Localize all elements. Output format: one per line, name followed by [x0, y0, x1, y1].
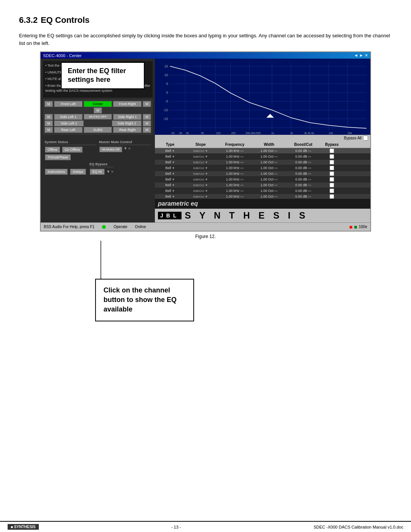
eq-freq-0[interactable]: 1.00 kHz «»	[216, 149, 254, 153]
m-btn-6[interactable]: M	[143, 120, 151, 126]
table-row: Bell▼ 6dB/Oct▼ 1.00 kHz«» 1.00 Oct«» 0.0…	[155, 194, 370, 199]
device-text: 100e	[359, 225, 367, 229]
callout-top-box: Enter the EQ filter settings here	[61, 62, 145, 89]
channel-center[interactable]: Center	[84, 101, 112, 107]
svg-text:200: 200	[231, 132, 236, 134]
callout-top-text: Enter the EQ filter settings here	[68, 67, 126, 83]
page-number: - 13 -	[171, 525, 181, 529]
m-btn-3[interactable]: M	[45, 114, 53, 120]
slope-arrow[interactable]: ▼	[205, 166, 208, 170]
window-title: SDEC-4000 - Center	[43, 53, 82, 58]
svg-text:40: 40	[186, 132, 189, 134]
channel-row-3: M Side Left 2 Side Right 2 M	[45, 120, 151, 126]
callout-bottom-box: Click on the channel button to show the …	[95, 279, 194, 321]
channel-side-left1[interactable]: Side Left 1	[54, 114, 83, 120]
jbl-logo: JBL	[158, 212, 182, 219]
eq-boost-0[interactable]: 0.00 dB «»	[284, 149, 322, 153]
channel-front-right[interactable]: Front Right	[113, 101, 142, 107]
system-status-label: System Status	[45, 140, 97, 145]
m-btn-1[interactable]: M	[45, 101, 53, 107]
slope-arrow[interactable]: ▼	[205, 195, 208, 198]
slope-arrow-0[interactable]: ▼	[205, 149, 208, 153]
footer-logo: ■ SYNTHESIS	[8, 524, 39, 530]
svg-text:100: 100	[216, 132, 221, 134]
eq-width-0[interactable]: 1.00 Oct «»	[254, 149, 284, 153]
table-row: Bell ▼ 6dB/Oct ▼ 1.00 kHz «»	[155, 148, 370, 154]
svg-text:20k: 20k	[347, 132, 352, 134]
svg-text:300-400-500: 300-400-500	[245, 132, 261, 134]
eq-table-body: Bell ▼ 6dB/Oct ▼ 1.00 kHz «»	[155, 148, 370, 199]
all-mutes-off-button[interactable]: All Mutes Off	[99, 147, 122, 152]
table-row: Bell▼ 6dB/Oct▼ 1.00 kHz«» 1.00 Oct«» 0.0…	[155, 154, 370, 160]
m-btn-4[interactable]: M	[143, 114, 151, 120]
type-arrow[interactable]: ▼	[172, 172, 175, 176]
slope-arrow[interactable]: ▼	[205, 184, 208, 187]
channel-side-right1[interactable]: Side Right 1	[113, 114, 142, 120]
section-title: EQ Controls	[41, 15, 89, 25]
online-text: Online	[135, 225, 146, 229]
channel-rear-right[interactable]: Rear Right	[113, 127, 142, 133]
type-arrow[interactable]: ▼	[172, 155, 175, 158]
type-arrow[interactable]: ▼	[172, 178, 175, 181]
right-panel: 15 10 5 0 -5 -10 -15 -20 -30 40 60	[155, 59, 370, 222]
type-arrow-0[interactable]: ▼	[172, 149, 175, 153]
m-btn-7[interactable]: M	[45, 127, 53, 133]
eq-bypass-0[interactable]	[322, 148, 341, 153]
go-offline-button[interactable]: Go Offline	[62, 147, 83, 153]
section-description: Entering the EQ settings can be accompli…	[19, 32, 392, 47]
svg-text:-15: -15	[163, 117, 168, 121]
instructions-button[interactable]: Instructions	[45, 169, 68, 175]
type-arrow[interactable]: ▼	[172, 184, 175, 187]
svg-rect-0	[155, 59, 370, 135]
channel-mutes-off[interactable]: MUTES OFF	[84, 114, 112, 120]
master-mute-label: Master Mute Control	[99, 140, 151, 145]
m-btn-5[interactable]: M	[45, 120, 53, 126]
master-mute-box: Master Mute Control All Mutes Off ▼ »	[99, 140, 151, 161]
svg-text:-20: -20	[171, 132, 175, 134]
channel-side-left2[interactable]: Side Left 2	[54, 120, 84, 126]
trims-phase-button[interactable]: Trims&Phase	[45, 154, 71, 160]
channel-rear-left[interactable]: Rear Left	[54, 127, 83, 133]
col-frequency: Frequency	[216, 142, 254, 147]
bypass-all-checkbox[interactable]	[363, 136, 368, 141]
bypass-all-label: Bypass All	[344, 136, 362, 140]
col-width: Width	[254, 142, 284, 147]
slope-arrow[interactable]: ▼	[205, 172, 208, 176]
slope-arrow[interactable]: ▼	[205, 155, 208, 158]
offline-button[interactable]: Offline	[45, 147, 60, 153]
col-type: Type	[155, 142, 185, 147]
slope-arrow[interactable]: ▼	[205, 189, 208, 193]
type-arrow[interactable]: ▼	[172, 166, 175, 170]
m-btn-8[interactable]: M	[143, 127, 151, 133]
channel-front-left[interactable]: Front Left	[54, 101, 83, 107]
system-status-box: System Status Offline Go Offline Trims&P…	[45, 140, 97, 161]
window-controls[interactable]: ◄ ► ✕	[354, 53, 368, 58]
parametric-eq-label: parametric eq	[155, 199, 370, 209]
m-btn-2[interactable]: M	[143, 101, 151, 107]
type-arrow[interactable]: ▼	[172, 161, 175, 164]
type-arrow[interactable]: ▼	[172, 189, 175, 193]
table-row: Bell▼ 6dB/Oct▼ 1.00 kHz«» 1.00 Oct«» 0.0…	[155, 165, 370, 171]
channel-side-right2[interactable]: Side Right 2	[112, 120, 142, 126]
slope-arrow[interactable]: ▼	[205, 161, 208, 164]
eq-bypass-label: EQ Bypass	[89, 162, 113, 167]
eq-slope-0[interactable]: 6dB/Oct ▼	[185, 149, 216, 153]
type-arrow[interactable]: ▼	[172, 195, 175, 198]
eq-type-0[interactable]: Bell ▼	[155, 149, 185, 153]
table-row: Bell▼ 6dB/Oct▼ 1.00 kHz«» 1.00 Oct«» 0.0…	[155, 188, 370, 194]
eq-in-button[interactable]: EQ IN	[90, 169, 105, 175]
bss-audio-text: BSS Audio For Help, press F1	[44, 225, 94, 229]
svg-text:5: 5	[166, 82, 168, 86]
channel-row-1: M Front Left Center Front Right M	[45, 101, 151, 107]
svg-text:10: 10	[164, 73, 168, 77]
footer-doc-name: SDEC -X000 DACS Calibration Manual v1.0.…	[314, 525, 403, 529]
svg-text:10k: 10k	[329, 132, 333, 134]
slope-arrow[interactable]: ▼	[205, 178, 208, 181]
channel-subs[interactable]: SUBS	[84, 127, 112, 133]
m-btn-center[interactable]: M	[94, 107, 102, 113]
delays-button[interactable]: Delays	[70, 169, 86, 175]
col-slope: Slope	[185, 142, 216, 147]
col-boost-cut: Boost/Cut	[284, 142, 322, 147]
svg-text:3k 4k 5k: 3k 4k 5k	[304, 132, 314, 134]
svg-text:2k: 2k	[290, 132, 293, 134]
